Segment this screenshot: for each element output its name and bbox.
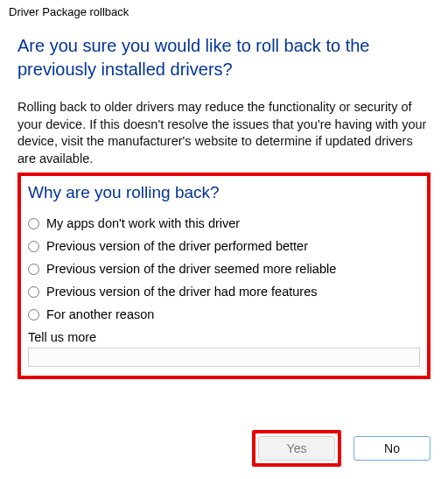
reason-section: Why are you rolling back? My apps don't …: [18, 173, 430, 379]
reason-radio-4[interactable]: [28, 309, 39, 321]
reason-option[interactable]: Previous version of the driver had more …: [28, 285, 420, 299]
reason-heading: Why are you rolling back?: [28, 183, 420, 202]
reason-radio-1[interactable]: [28, 241, 39, 252]
warning-text: Rolling back to older drivers may reduce…: [18, 99, 430, 167]
reason-radio-0[interactable]: [28, 218, 39, 229]
reason-option[interactable]: Previous version of the driver performed…: [28, 239, 420, 253]
dialog-content: Are you sure you would like to roll back…: [0, 22, 448, 388]
tell-more-input[interactable]: [28, 348, 420, 367]
reason-label: For another reason: [46, 307, 154, 321]
no-button[interactable]: No: [354, 436, 430, 461]
reason-option[interactable]: For another reason: [28, 307, 420, 321]
reason-option[interactable]: My apps don't work with this driver: [28, 216, 420, 230]
reason-label: Previous version of the driver seemed mo…: [46, 262, 336, 276]
window-title: Driver Package rollback: [0, 0, 448, 22]
dialog-buttons: Yes No: [252, 430, 430, 467]
yes-button[interactable]: Yes: [258, 436, 335, 461]
main-heading: Are you sure you would like to roll back…: [18, 34, 430, 81]
reason-label: Previous version of the driver had more …: [46, 285, 317, 299]
yes-button-highlight: Yes: [252, 430, 341, 467]
tell-more-label: Tell us more: [28, 330, 420, 344]
reason-option[interactable]: Previous version of the driver seemed mo…: [28, 262, 420, 276]
reason-radio-2[interactable]: [28, 264, 39, 275]
reason-label: Previous version of the driver performed…: [46, 239, 308, 253]
reason-radio-3[interactable]: [28, 286, 39, 298]
reason-label: My apps don't work with this driver: [46, 216, 240, 230]
